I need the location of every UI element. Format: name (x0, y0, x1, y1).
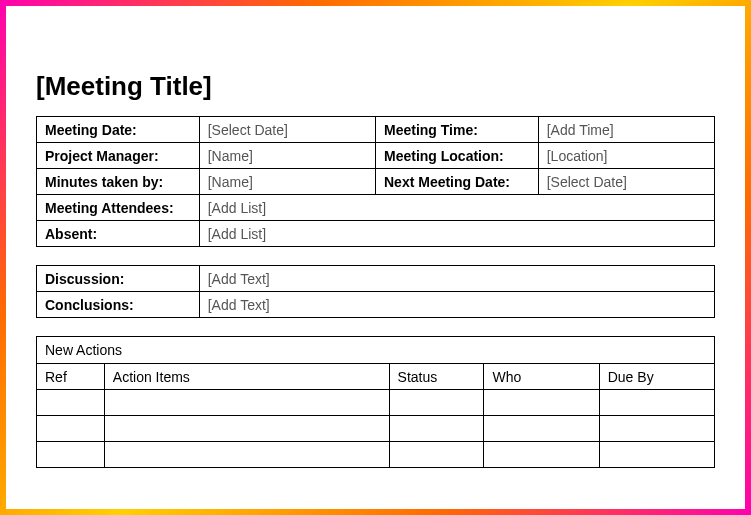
meeting-date-value[interactable]: [Select Date] (199, 117, 375, 143)
minutes-taken-label: Minutes taken by: (37, 169, 200, 195)
minutes-taken-value[interactable]: [Name] (199, 169, 375, 195)
meeting-time-value[interactable]: [Add Time] (538, 117, 714, 143)
table-row: Project Manager: [Name] Meeting Location… (37, 143, 715, 169)
actions-header-status: Status (389, 364, 484, 390)
actions-header-due: Due By (599, 364, 714, 390)
next-meeting-value[interactable]: [Select Date] (538, 169, 714, 195)
table-row: Conclusions: [Add Text] (37, 292, 715, 318)
action-due-cell[interactable] (599, 416, 714, 442)
project-manager-label: Project Manager: (37, 143, 200, 169)
action-due-cell[interactable] (599, 442, 714, 468)
action-who-cell[interactable] (484, 442, 599, 468)
conclusions-label: Conclusions: (37, 292, 200, 318)
table-row[interactable] (37, 442, 715, 468)
discussion-table: Discussion: [Add Text] Conclusions: [Add… (36, 265, 715, 318)
new-actions-table: New Actions Ref Action Items Status Who … (36, 336, 715, 468)
meeting-location-label: Meeting Location: (375, 143, 538, 169)
new-actions-title: New Actions (37, 337, 715, 364)
meeting-date-label: Meeting Date: (37, 117, 200, 143)
absent-label: Absent: (37, 221, 200, 247)
attendees-value[interactable]: [Add List] (199, 195, 714, 221)
table-row: Meeting Attendees: [Add List] (37, 195, 715, 221)
conclusions-value[interactable]: [Add Text] (199, 292, 714, 318)
meeting-time-label: Meeting Time: (375, 117, 538, 143)
action-who-cell[interactable] (484, 390, 599, 416)
actions-header-items: Action Items (104, 364, 389, 390)
meeting-title[interactable]: [Meeting Title] (36, 71, 715, 102)
action-status-cell[interactable] (389, 442, 484, 468)
action-who-cell[interactable] (484, 416, 599, 442)
action-ref-cell[interactable] (37, 390, 105, 416)
action-ref-cell[interactable] (37, 416, 105, 442)
document-page: [Meeting Title] Meeting Date: [Select Da… (6, 6, 745, 509)
meeting-location-value[interactable]: [Location] (538, 143, 714, 169)
meeting-details-table: Meeting Date: [Select Date] Meeting Time… (36, 116, 715, 247)
table-row: Absent: [Add List] (37, 221, 715, 247)
action-items-cell[interactable] (104, 416, 389, 442)
next-meeting-label: Next Meeting Date: (375, 169, 538, 195)
actions-header-ref: Ref (37, 364, 105, 390)
table-row: Minutes taken by: [Name] Next Meeting Da… (37, 169, 715, 195)
attendees-label: Meeting Attendees: (37, 195, 200, 221)
table-row[interactable] (37, 390, 715, 416)
table-row: Discussion: [Add Text] (37, 266, 715, 292)
action-items-cell[interactable] (104, 390, 389, 416)
actions-header-who: Who (484, 364, 599, 390)
table-row: Meeting Date: [Select Date] Meeting Time… (37, 117, 715, 143)
action-status-cell[interactable] (389, 390, 484, 416)
absent-value[interactable]: [Add List] (199, 221, 714, 247)
table-row: Ref Action Items Status Who Due By (37, 364, 715, 390)
project-manager-value[interactable]: [Name] (199, 143, 375, 169)
action-ref-cell[interactable] (37, 442, 105, 468)
action-items-cell[interactable] (104, 442, 389, 468)
discussion-label: Discussion: (37, 266, 200, 292)
table-row[interactable] (37, 416, 715, 442)
discussion-value[interactable]: [Add Text] (199, 266, 714, 292)
table-row: New Actions (37, 337, 715, 364)
action-status-cell[interactable] (389, 416, 484, 442)
action-due-cell[interactable] (599, 390, 714, 416)
